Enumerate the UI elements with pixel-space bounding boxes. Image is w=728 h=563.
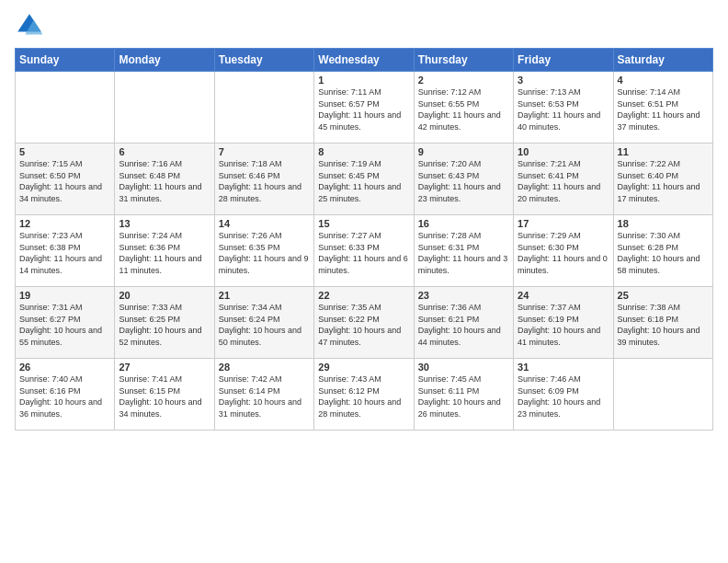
day-info: Sunrise: 7:27 AM Sunset: 6:33 PM Dayligh…: [318, 230, 409, 276]
day-number: 9: [418, 146, 509, 157]
day-number: 18: [618, 218, 709, 229]
calendar-cell: 31Sunrise: 7:46 AM Sunset: 6:09 PM Dayli…: [514, 359, 613, 431]
day-info: Sunrise: 7:12 AM Sunset: 6:55 PM Dayligh…: [418, 86, 509, 132]
day-info: Sunrise: 7:34 AM Sunset: 6:24 PM Dayligh…: [219, 302, 310, 348]
day-number: 4: [618, 75, 709, 86]
day-number: 2: [418, 75, 509, 86]
calendar-cell: 15Sunrise: 7:27 AM Sunset: 6:33 PM Dayli…: [314, 215, 414, 287]
day-info: Sunrise: 7:33 AM Sunset: 6:25 PM Dayligh…: [119, 302, 210, 348]
day-of-week-header: Tuesday: [214, 49, 313, 72]
day-number: 13: [119, 218, 210, 229]
day-info: Sunrise: 7:14 AM Sunset: 6:51 PM Dayligh…: [618, 86, 709, 132]
calendar-week-row: 26Sunrise: 7:40 AM Sunset: 6:16 PM Dayli…: [16, 359, 713, 431]
day-info: Sunrise: 7:41 AM Sunset: 6:15 PM Dayligh…: [119, 373, 210, 419]
day-number: 12: [19, 218, 110, 229]
day-info: Sunrise: 7:38 AM Sunset: 6:18 PM Dayligh…: [618, 302, 709, 348]
calendar-cell: 4Sunrise: 7:14 AM Sunset: 6:51 PM Daylig…: [613, 72, 712, 144]
calendar-cell: 21Sunrise: 7:34 AM Sunset: 6:24 PM Dayli…: [214, 287, 313, 359]
day-number: 11: [618, 146, 709, 157]
day-of-week-header: Monday: [115, 49, 214, 72]
day-info: Sunrise: 7:23 AM Sunset: 6:38 PM Dayligh…: [19, 230, 110, 276]
calendar-cell: 7Sunrise: 7:18 AM Sunset: 6:46 PM Daylig…: [214, 144, 313, 215]
day-of-week-header: Sunday: [16, 49, 115, 72]
day-number: 7: [219, 146, 310, 157]
day-info: Sunrise: 7:30 AM Sunset: 6:28 PM Dayligh…: [618, 230, 709, 276]
day-number: 6: [119, 146, 210, 157]
calendar-container: SundayMondayTuesdayWednesdayThursdayFrid…: [0, 0, 728, 563]
day-number: 21: [219, 290, 310, 301]
calendar-cell: [613, 359, 712, 431]
day-number: 8: [318, 146, 409, 157]
day-info: Sunrise: 7:31 AM Sunset: 6:27 PM Dayligh…: [19, 302, 110, 348]
calendar-cell: 25Sunrise: 7:38 AM Sunset: 6:18 PM Dayli…: [613, 287, 712, 359]
day-number: 22: [318, 290, 409, 301]
calendar-cell: 14Sunrise: 7:26 AM Sunset: 6:35 PM Dayli…: [214, 215, 313, 287]
calendar-cell: 18Sunrise: 7:30 AM Sunset: 6:28 PM Dayli…: [613, 215, 712, 287]
calendar-cell: 5Sunrise: 7:15 AM Sunset: 6:50 PM Daylig…: [16, 144, 115, 215]
day-number: 15: [318, 218, 409, 229]
day-of-week-header: Saturday: [613, 49, 712, 72]
calendar-cell: 13Sunrise: 7:24 AM Sunset: 6:36 PM Dayli…: [115, 215, 214, 287]
calendar-cell: 27Sunrise: 7:41 AM Sunset: 6:15 PM Dayli…: [115, 359, 214, 431]
day-of-week-header: Wednesday: [314, 49, 414, 72]
day-number: 1: [318, 75, 409, 86]
day-number: 26: [19, 362, 110, 373]
calendar-cell: 30Sunrise: 7:45 AM Sunset: 6:11 PM Dayli…: [414, 359, 513, 431]
day-number: 30: [418, 362, 509, 373]
day-info: Sunrise: 7:16 AM Sunset: 6:48 PM Dayligh…: [119, 158, 210, 204]
calendar-week-row: 12Sunrise: 7:23 AM Sunset: 6:38 PM Dayli…: [16, 215, 713, 287]
day-info: Sunrise: 7:35 AM Sunset: 6:22 PM Dayligh…: [318, 302, 409, 348]
day-info: Sunrise: 7:13 AM Sunset: 6:53 PM Dayligh…: [518, 86, 609, 132]
calendar-cell: 12Sunrise: 7:23 AM Sunset: 6:38 PM Dayli…: [16, 215, 115, 287]
day-info: Sunrise: 7:11 AM Sunset: 6:57 PM Dayligh…: [318, 86, 409, 132]
day-of-week-header: Friday: [514, 49, 613, 72]
day-number: 17: [518, 218, 609, 229]
calendar-cell: 10Sunrise: 7:21 AM Sunset: 6:41 PM Dayli…: [514, 144, 613, 215]
calendar-cell: 23Sunrise: 7:36 AM Sunset: 6:21 PM Dayli…: [414, 287, 513, 359]
calendar-cell: 8Sunrise: 7:19 AM Sunset: 6:45 PM Daylig…: [314, 144, 414, 215]
calendar-cell: 29Sunrise: 7:43 AM Sunset: 6:12 PM Dayli…: [314, 359, 414, 431]
day-info: Sunrise: 7:22 AM Sunset: 6:40 PM Dayligh…: [618, 158, 709, 204]
day-number: 19: [19, 290, 110, 301]
day-number: 28: [219, 362, 310, 373]
day-number: 24: [518, 290, 609, 301]
calendar-week-row: 1Sunrise: 7:11 AM Sunset: 6:57 PM Daylig…: [16, 72, 713, 144]
day-number: 27: [119, 362, 210, 373]
day-number: 5: [19, 146, 110, 157]
day-number: 31: [518, 362, 609, 373]
day-number: 14: [219, 218, 310, 229]
calendar-cell: [214, 72, 313, 144]
day-info: Sunrise: 7:46 AM Sunset: 6:09 PM Dayligh…: [518, 373, 609, 419]
day-info: Sunrise: 7:37 AM Sunset: 6:19 PM Dayligh…: [518, 302, 609, 348]
day-number: 10: [518, 146, 609, 157]
calendar-cell: 20Sunrise: 7:33 AM Sunset: 6:25 PM Dayli…: [115, 287, 214, 359]
calendar-cell: 16Sunrise: 7:28 AM Sunset: 6:31 PM Dayli…: [414, 215, 513, 287]
day-number: 29: [318, 362, 409, 373]
calendar-cell: 28Sunrise: 7:42 AM Sunset: 6:14 PM Dayli…: [214, 359, 313, 431]
calendar-week-row: 5Sunrise: 7:15 AM Sunset: 6:50 PM Daylig…: [16, 144, 713, 215]
calendar-cell: 3Sunrise: 7:13 AM Sunset: 6:53 PM Daylig…: [514, 72, 613, 144]
day-info: Sunrise: 7:18 AM Sunset: 6:46 PM Dayligh…: [219, 158, 310, 204]
day-number: 20: [119, 290, 210, 301]
day-info: Sunrise: 7:20 AM Sunset: 6:43 PM Dayligh…: [418, 158, 509, 204]
calendar-cell: 2Sunrise: 7:12 AM Sunset: 6:55 PM Daylig…: [414, 72, 513, 144]
calendar-cell: 6Sunrise: 7:16 AM Sunset: 6:48 PM Daylig…: [115, 144, 214, 215]
calendar-cell: 11Sunrise: 7:22 AM Sunset: 6:40 PM Dayli…: [613, 144, 712, 215]
day-info: Sunrise: 7:26 AM Sunset: 6:35 PM Dayligh…: [219, 230, 310, 276]
day-info: Sunrise: 7:43 AM Sunset: 6:12 PM Dayligh…: [318, 373, 409, 419]
calendar-cell: [115, 72, 214, 144]
day-info: Sunrise: 7:28 AM Sunset: 6:31 PM Dayligh…: [418, 230, 509, 276]
calendar-cell: 1Sunrise: 7:11 AM Sunset: 6:57 PM Daylig…: [314, 72, 414, 144]
day-number: 25: [618, 290, 709, 301]
calendar-table: SundayMondayTuesdayWednesdayThursdayFrid…: [15, 48, 713, 431]
calendar-cell: [16, 72, 115, 144]
calendar-cell: 26Sunrise: 7:40 AM Sunset: 6:16 PM Dayli…: [16, 359, 115, 431]
day-info: Sunrise: 7:15 AM Sunset: 6:50 PM Dayligh…: [19, 158, 110, 204]
day-number: 23: [418, 290, 509, 301]
calendar-cell: 9Sunrise: 7:20 AM Sunset: 6:43 PM Daylig…: [414, 144, 513, 215]
day-info: Sunrise: 7:19 AM Sunset: 6:45 PM Dayligh…: [318, 158, 409, 204]
day-info: Sunrise: 7:36 AM Sunset: 6:21 PM Dayligh…: [418, 302, 509, 348]
header: [15, 11, 713, 40]
day-info: Sunrise: 7:29 AM Sunset: 6:30 PM Dayligh…: [518, 230, 609, 276]
day-number: 3: [518, 75, 609, 86]
